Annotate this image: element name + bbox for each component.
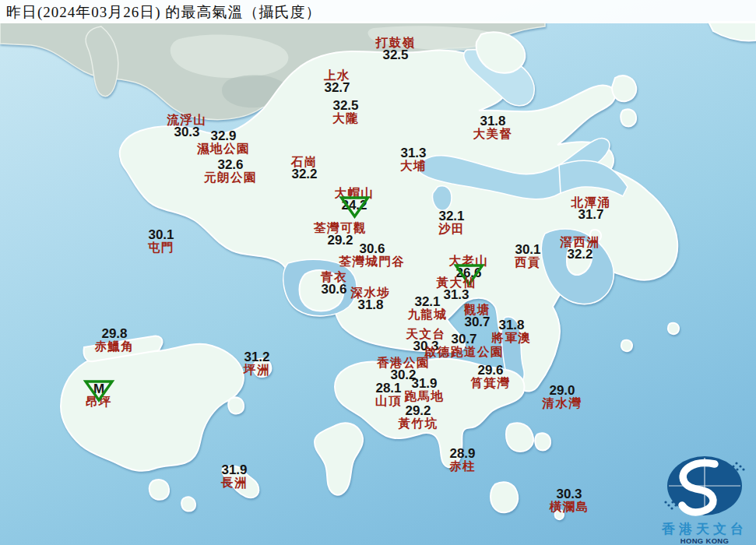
station-label: 觀塘30.7 [464,303,491,328]
station-value: 32.6 [204,159,257,171]
station-label: 30.7啟德跑道公園 [424,333,504,358]
station-label: 30.6荃灣城門谷 [339,243,406,268]
station-name: 赤鱲角 [95,339,135,353]
station-label: 32.1沙田 [438,210,465,235]
station-label: 上水32.7 [324,69,350,93]
hko-logo: 香港天文台 HONG KONG OBSERVATORY [652,454,756,545]
station-label: 29.8赤鱲角 [95,328,135,353]
station-label: 31.8大美督 [473,115,513,140]
station-value: 30.3 [550,488,589,500]
station-label: 32.1九龍城 [408,296,448,321]
station-label: 29.0清水灣 [543,385,582,410]
station-value: 31.9 [221,464,248,476]
station-label: 30.1西貢 [515,244,541,269]
weather-map-screen: 昨日(2024年03月26日) 的最高氣溫（攝氏度） 打鼓嶺32.5上水32.7… [0,0,756,545]
station-name: 筲箕灣 [471,376,511,389]
station-value: 31.3 [400,147,427,159]
station-name: 長洲 [221,476,248,489]
station-value: 32.5 [332,100,359,111]
station-name: 沙田 [438,222,465,235]
station-label: 32.5大隴 [332,100,359,125]
station-label: 青衣30.6 [321,270,347,295]
station-label: 32.6元朗公園 [204,159,257,184]
station-value: 32.5 [376,49,416,61]
station-name: 元朗公園 [204,171,257,184]
station-label: 32.9濕地公園 [197,130,250,155]
hko-logo-english: HONG KONG OBSERVATORY [652,536,756,545]
station-value: 29.2 [399,405,438,417]
station-value: 30.1 [148,229,174,241]
station-label: 30.3橫瀾島 [550,488,589,513]
station-value: 29.8 [95,328,135,339]
station-value: 30.6 [321,283,347,295]
station-value: 30.1 [515,244,541,255]
station-value: 29.6 [471,364,511,376]
station-value: 30.7 [424,333,504,345]
station-label: 石崗32.2 [291,155,318,180]
station-label: 29.6筲箕灣 [471,364,511,389]
station-value: 31.8 [492,319,532,331]
station-name: 西貢 [515,255,541,269]
station-label: 29.2黃竹坑 [399,405,438,430]
station-value: 32.1 [408,296,448,308]
station-label: 31.9長洲 [221,464,248,489]
station-label: 28.1山頂 [375,382,402,407]
station-label: 大帽山24.2 [335,186,374,211]
station-value: 30.7 [464,316,491,328]
station-value: 30.6 [339,243,406,255]
station-value: 32.2 [561,248,600,260]
station-name: 黃竹坑 [399,417,438,430]
page-title: 昨日(2024年03月26日) 的最高氣溫（攝氏度） [6,2,321,23]
station-label: 31.9跑馬地 [405,378,445,403]
station-label: 31.2坪洲 [244,351,270,376]
station-name: 荃灣城門谷 [339,255,406,268]
station-name: 濕地公園 [197,142,250,155]
hko-logo-chinese: 香港天文台 [652,522,756,536]
station-value: 29.0 [543,385,582,396]
title-bar: 昨日(2024年03月26日) 的最高氣溫（攝氏度） [0,0,756,23]
station-name: 跑馬地 [405,389,445,403]
station-label: 28.9赤柱 [449,448,476,473]
station-label: 30.1屯門 [148,229,174,254]
station-name: 大隴 [332,111,359,125]
station-value: 24.2 [335,199,374,211]
station-name: 啟德跑道公園 [424,345,504,358]
station-label: 深水埗31.8 [351,286,391,311]
station-value: 31.9 [405,378,445,389]
station-value: 31.8 [473,115,513,127]
station-name: 九龍城 [408,308,448,321]
station-name: 大美督 [473,127,513,140]
station-value: 28.1 [375,382,402,394]
station-value: 31.7 [571,209,611,220]
station-value: 28.9 [449,448,476,459]
station-label: 打鼓嶺32.5 [376,36,416,61]
station-value: M [86,383,112,395]
station-label: 滘西洲32.2 [561,235,600,260]
station-name: 昂坪 [86,395,112,408]
station-name: 屯門 [148,241,174,254]
station-value: 31.2 [244,351,270,363]
station-value: 32.7 [324,82,350,93]
station-label: 31.3大埔 [400,147,427,172]
station-label: 北潭涌31.7 [571,195,611,220]
station-value: 31.8 [351,299,391,311]
stations-layer: 打鼓嶺32.5上水32.732.5大隴流浮山30.332.9濕地公園32.6元朗… [0,0,756,545]
station-value: 32.2 [291,168,318,180]
station-name: 橫瀾島 [550,500,589,513]
station-value: 32.1 [438,210,465,222]
hko-emblem-icon [652,454,756,518]
station-name: 清水灣 [543,396,582,410]
station-value: 32.9 [197,130,250,142]
station-name: 赤柱 [449,459,476,473]
station-label: M昂坪 [86,383,112,408]
station-name: 大埔 [400,159,427,172]
station-name: 坪洲 [244,363,270,376]
